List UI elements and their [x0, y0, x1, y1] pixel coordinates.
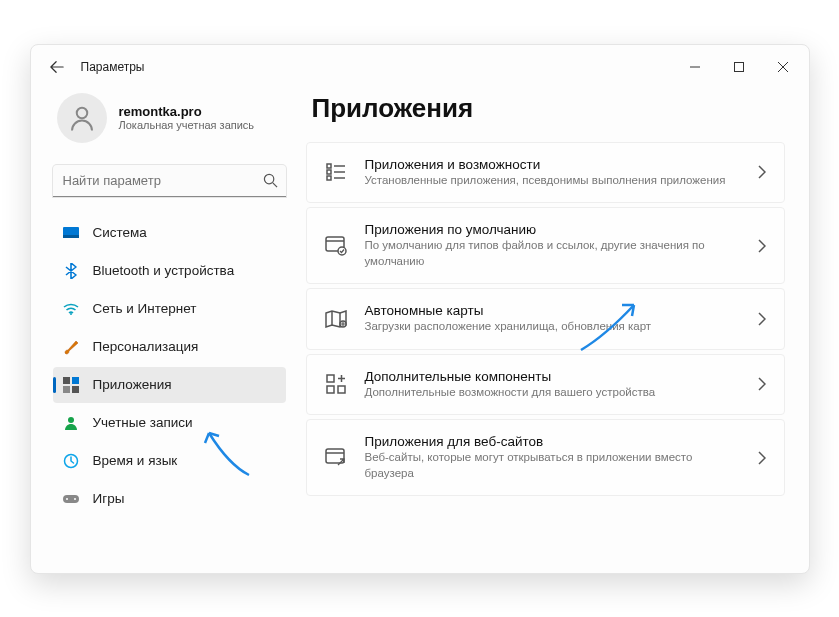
sidebar-item-accounts[interactable]: Учетные записи: [53, 405, 286, 441]
card-title: Приложения для веб-сайтов: [365, 434, 740, 449]
map-icon: [325, 308, 347, 330]
card-default-apps[interactable]: Приложения по умолчанию По умолчанию для…: [306, 207, 785, 284]
titlebar: Параметры: [31, 45, 809, 89]
avatar: [57, 93, 107, 143]
card-sub: Веб-сайты, которые могут открываться в п…: [365, 450, 740, 481]
sidebar-item-label: Система: [93, 225, 147, 240]
profile-name: remontka.pro: [119, 104, 255, 119]
svg-rect-10: [63, 386, 70, 393]
person-icon: [67, 103, 97, 133]
svg-point-16: [74, 498, 76, 500]
svg-rect-1: [734, 62, 743, 71]
chevron-right-icon: [758, 312, 766, 326]
svg-rect-28: [327, 386, 334, 393]
svg-rect-6: [63, 235, 79, 238]
gamepad-icon: [63, 491, 79, 507]
settings-window: Параметры remontka.pro Локальная учетная…: [30, 44, 810, 574]
maximize-button[interactable]: [717, 52, 761, 82]
bluetooth-icon: [63, 263, 79, 279]
profile-block[interactable]: remontka.pro Локальная учетная запись: [53, 93, 286, 143]
arrow-left-icon: [50, 60, 64, 74]
sidebar-item-system[interactable]: Система: [53, 215, 286, 251]
window-check-icon: [325, 235, 347, 257]
profile-sub: Локальная учетная запись: [119, 119, 255, 131]
card-apps-for-websites[interactable]: Приложения для веб-сайтов Веб-сайты, кот…: [306, 419, 785, 496]
svg-point-7: [70, 313, 72, 315]
card-sub: Установленные приложения, псевдонимы вып…: [365, 173, 740, 189]
sidebar-item-label: Приложения: [93, 377, 172, 392]
close-button[interactable]: [761, 52, 805, 82]
main-content: Приложения Приложения и возможности Уста…: [296, 89, 809, 573]
svg-rect-14: [63, 495, 79, 503]
card-sub: Загрузки расположение хранилища, обновле…: [365, 319, 740, 335]
sidebar-item-label: Игры: [93, 491, 125, 506]
display-icon: [63, 225, 79, 241]
sidebar-item-label: Bluetooth и устройства: [93, 263, 235, 278]
card-title: Дополнительные компоненты: [365, 369, 740, 384]
sidebar-item-time[interactable]: Время и язык: [53, 443, 286, 479]
sidebar-item-label: Время и язык: [93, 453, 178, 468]
card-apps-features[interactable]: Приложения и возможности Установленные п…: [306, 142, 785, 204]
svg-point-12: [68, 417, 74, 423]
svg-rect-9: [72, 377, 79, 384]
card-title: Приложения по умолчанию: [365, 222, 740, 237]
chevron-right-icon: [758, 377, 766, 391]
svg-point-15: [66, 498, 68, 500]
minimize-icon: [690, 62, 700, 72]
search-input[interactable]: [53, 165, 286, 197]
back-button[interactable]: [49, 59, 65, 75]
wifi-icon: [63, 301, 79, 317]
chevron-right-icon: [758, 165, 766, 179]
chevron-right-icon: [758, 451, 766, 465]
svg-point-2: [76, 107, 87, 118]
apps-icon: [63, 377, 79, 393]
minimize-button[interactable]: [673, 52, 717, 82]
sidebar-item-label: Сеть и Интернет: [93, 301, 197, 316]
svg-rect-27: [327, 375, 334, 382]
sidebar-item-apps[interactable]: Приложения: [53, 367, 286, 403]
sidebar: remontka.pro Локальная учетная запись Си…: [31, 89, 296, 573]
list-icon: [325, 161, 347, 183]
brush-icon: [63, 339, 79, 355]
sidebar-item-gaming[interactable]: Игры: [53, 481, 286, 517]
nav-list: Система Bluetooth и устройства Сеть и Ин…: [53, 215, 286, 517]
sidebar-item-label: Учетные записи: [93, 415, 193, 430]
card-title: Приложения и возможности: [365, 157, 740, 172]
sidebar-item-personalization[interactable]: Персонализация: [53, 329, 286, 365]
svg-point-3: [264, 174, 273, 183]
chevron-right-icon: [758, 239, 766, 253]
sidebar-item-label: Персонализация: [93, 339, 199, 354]
svg-rect-8: [63, 377, 70, 384]
sidebar-item-bluetooth[interactable]: Bluetooth и устройства: [53, 253, 286, 289]
card-title: Автономные карты: [365, 303, 740, 318]
close-icon: [778, 62, 788, 72]
card-sub: Дополнительные возможности для вашего ус…: [365, 385, 740, 401]
svg-rect-18: [327, 170, 331, 174]
card-optional-features[interactable]: Дополнительные компоненты Дополнительные…: [306, 354, 785, 416]
window-link-icon: [325, 447, 347, 469]
svg-rect-29: [338, 386, 345, 393]
window-title: Параметры: [81, 60, 145, 74]
svg-rect-19: [327, 176, 331, 180]
sidebar-item-network[interactable]: Сеть и Интернет: [53, 291, 286, 327]
search-box: [53, 165, 286, 197]
search-icon: [263, 173, 278, 188]
account-icon: [63, 415, 79, 431]
svg-rect-11: [72, 386, 79, 393]
card-offline-maps[interactable]: Автономные карты Загрузки расположение х…: [306, 288, 785, 350]
svg-line-4: [272, 182, 276, 186]
page-title: Приложения: [312, 93, 785, 124]
maximize-icon: [734, 62, 744, 72]
svg-rect-17: [327, 164, 331, 168]
card-sub: По умолчанию для типов файлов и ссылок, …: [365, 238, 740, 269]
clock-icon: [63, 453, 79, 469]
grid-plus-icon: [325, 373, 347, 395]
